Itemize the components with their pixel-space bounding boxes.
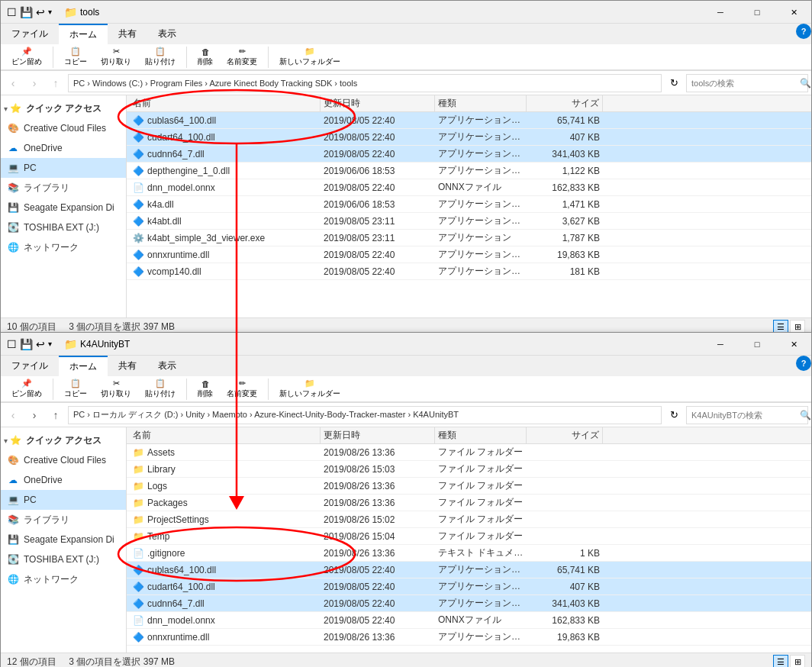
col-name-header[interactable]: 名前	[130, 95, 321, 111]
table-row[interactable]: 🔷 vcomp140.dll 2019/08/05 22:40 アプリケーション…	[127, 263, 811, 280]
file-list-header-1: 名前 更新日時 種類 サイズ	[127, 95, 811, 112]
toshiba-icon: 💽	[7, 221, 19, 234]
file-icon: 🔷	[133, 132, 144, 143]
copy-button[interactable]: 📋コピー	[58, 45, 93, 69]
tab-home-2[interactable]: ホーム	[59, 356, 108, 376]
address-path[interactable]: PC › Windows (C:) › Program Files › Azur…	[68, 74, 662, 92]
table-row[interactable]: 🔷 onnxruntime.dll 2019/08/05 22:40 アプリケー…	[127, 246, 811, 263]
tab-share-2[interactable]: 共有	[108, 356, 147, 376]
table-row[interactable]: ⚙️ k4abt_simple_3d_viewer.exe 2019/08/05…	[127, 230, 811, 246]
help-button-2[interactable]: ?	[796, 356, 811, 371]
seagate-label: Seagate Expansion Di	[24, 202, 114, 213]
back-button[interactable]: ‹	[4, 74, 22, 92]
table-row[interactable]: 📁 Library 2019/08/26 15:03 ファイル フォルダー	[127, 461, 811, 478]
table-row[interactable]: 📄 dnn_model.onnx 2019/08/05 22:40 ONNXファ…	[127, 179, 811, 196]
sidebar-item-toshiba-2[interactable]: 💽 TOSHIBA EXT (J:)	[1, 549, 126, 569]
col-type-header[interactable]: 種類	[435, 95, 527, 111]
delete-button[interactable]: 🗑削除	[192, 46, 219, 69]
sidebar-item-onedrive[interactable]: ☁ OneDrive	[1, 138, 126, 158]
close-button[interactable]: ✕	[776, 1, 811, 24]
list-view-button-2[interactable]: ☰	[773, 655, 788, 668]
pin-button[interactable]: 📌ピン留め	[5, 45, 48, 69]
table-row[interactable]: 📁 Packages 2019/08/26 13:36 ファイル フォルダー	[127, 495, 811, 511]
sidebar-item-toshiba[interactable]: 💽 TOSHIBA EXT (J:)	[1, 218, 126, 237]
col-size-header[interactable]: サイズ	[527, 95, 603, 111]
search-input[interactable]	[691, 79, 797, 88]
cut-button-2[interactable]: ✂切り取り	[95, 377, 137, 401]
table-row[interactable]: 🔷 cudnn64_7.dll 2019/08/05 22:40 アプリケーショ…	[127, 595, 811, 612]
forward-button[interactable]: ›	[25, 74, 44, 92]
tab-view-2[interactable]: 表示	[147, 356, 187, 376]
maximize-button-2[interactable]: □	[740, 333, 775, 356]
address-path-2[interactable]: PC › ローカル ディスク (D:) › Unity › Maemoto › …	[68, 406, 662, 424]
file-type: アプリケーション拡張	[435, 563, 527, 576]
table-row[interactable]: 🔷 depthengine_1_0.dll 2019/06/06 18:53 ア…	[127, 163, 811, 179]
rename-button[interactable]: ✏名前変更	[221, 45, 263, 69]
library-label-2: ライブラリ	[24, 514, 69, 527]
minimize-button[interactable]: ─	[703, 1, 738, 24]
table-row[interactable]: 🔷 cudart64_100.dll 2019/08/05 22:40 アプリケ…	[127, 578, 811, 595]
tab-share[interactable]: 共有	[108, 24, 147, 44]
sidebar-item-library-2[interactable]: 📚 ライブラリ	[1, 510, 126, 530]
rename-button-2[interactable]: ✏名前変更	[221, 377, 263, 401]
sidebar-item-seagate[interactable]: 💾 Seagate Expansion Di	[1, 198, 126, 218]
paste-button[interactable]: 📋貼り付け	[139, 45, 182, 69]
search-input-2[interactable]	[691, 411, 797, 420]
up-button[interactable]: ↑	[47, 74, 65, 92]
tab-home[interactable]: ホーム	[59, 24, 108, 44]
sidebar-item-pc[interactable]: 💻 PC	[1, 158, 126, 178]
table-row[interactable]: 🔷 cudart64_100.dll 2019/08/05 22:40 アプリケ…	[127, 129, 811, 146]
sidebar-item-seagate-2[interactable]: 💾 Seagate Expansion Di	[1, 530, 126, 549]
col-date-header-2[interactable]: 更新日時	[321, 427, 435, 443]
table-row[interactable]: 📄 dnn_model.onnx 2019/08/05 22:40 ONNXファ…	[127, 612, 811, 629]
table-row[interactable]: 🔷 cublas64_100.dll 2019/08/05 22:40 アプリケ…	[127, 112, 811, 129]
table-row[interactable]: 📁 Assets 2019/08/26 13:36 ファイル フォルダー	[127, 444, 811, 461]
sidebar-item-network[interactable]: 🌐 ネットワーク	[1, 237, 126, 257]
sidebar-item-pc-2[interactable]: 💻 PC	[1, 490, 126, 510]
pin-button-2[interactable]: 📌ピン留め	[5, 377, 48, 401]
col-date-header[interactable]: 更新日時	[321, 95, 435, 111]
delete-button-2[interactable]: 🗑削除	[192, 378, 219, 401]
tab-view[interactable]: 表示	[147, 24, 187, 44]
table-row[interactable]: 📄 .gitignore 2019/08/26 13:36 テキスト ドキュメン…	[127, 545, 811, 562]
table-row[interactable]: 🔷 onnxruntime.dll 2019/08/26 13:36 アプリケー…	[127, 629, 811, 646]
file-type: ファイル フォルダー	[435, 496, 527, 509]
forward-button-2[interactable]: ›	[25, 406, 44, 424]
creative-label: Creative Cloud Files	[24, 123, 106, 134]
sidebar-item-onedrive-2[interactable]: ☁ OneDrive	[1, 470, 126, 490]
sidebar-quick-access-2[interactable]: ▾ ⭐ クイック アクセス	[1, 430, 126, 450]
up-button-2[interactable]: ↑	[47, 406, 65, 424]
col-size-header-2[interactable]: サイズ	[527, 427, 603, 443]
paste-button-2[interactable]: 📋貼り付け	[139, 377, 182, 401]
help-button[interactable]: ?	[796, 24, 811, 39]
tab-file-2[interactable]: ファイル	[1, 356, 59, 376]
table-row[interactable]: 🔷 k4abt.dll 2019/08/05 23:11 アプリケーション拡張 …	[127, 213, 811, 230]
table-row[interactable]: 🔷 cublas64_100.dll 2019/08/05 22:40 アプリケ…	[127, 562, 811, 578]
table-row[interactable]: 🔷 k4a.dll 2019/06/06 18:53 アプリケーション拡張 1,…	[127, 196, 811, 213]
sidebar-item-creative-2[interactable]: 🎨 Creative Cloud Files	[1, 450, 126, 470]
close-button-2[interactable]: ✕	[776, 333, 811, 356]
sidebar-item-network-2[interactable]: 🌐 ネットワーク	[1, 569, 126, 589]
col-type-header-2[interactable]: 種類	[435, 427, 527, 443]
refresh-button-2[interactable]: ↻	[665, 406, 683, 424]
copy-button-2[interactable]: 📋コピー	[58, 377, 93, 401]
table-row[interactable]: 📁 Logs 2019/08/26 13:36 ファイル フォルダー	[127, 478, 811, 495]
table-row[interactable]: 🔷 cudnn64_7.dll 2019/08/05 22:40 アプリケーショ…	[127, 146, 811, 163]
file-icon: 🔷	[133, 166, 144, 176]
table-row[interactable]: 📁 ProjectSettings 2019/08/26 15:02 ファイル …	[127, 511, 811, 528]
tab-file[interactable]: ファイル	[1, 24, 59, 44]
refresh-button[interactable]: ↻	[665, 74, 683, 92]
cut-button[interactable]: ✂切り取り	[95, 45, 137, 69]
new-folder-button[interactable]: 📁新しいフォルダー	[273, 45, 346, 69]
col-name-header-2[interactable]: 名前	[130, 427, 321, 443]
table-row[interactable]: 📁 Temp 2019/08/26 15:04 ファイル フォルダー	[127, 528, 811, 545]
back-button-2[interactable]: ‹	[4, 406, 22, 424]
new-folder-button-2[interactable]: 📁新しいフォルダー	[273, 377, 346, 401]
minimize-button-2[interactable]: ─	[703, 333, 738, 356]
file-name: .gitignore	[147, 548, 185, 559]
sidebar-quick-access[interactable]: ▾ ⭐ クイック アクセス	[1, 98, 126, 118]
sidebar-item-library[interactable]: 📚 ライブラリ	[1, 178, 126, 198]
maximize-button[interactable]: □	[740, 1, 775, 24]
sidebar-item-creative[interactable]: 🎨 Creative Cloud Files	[1, 118, 126, 138]
grid-view-button-2[interactable]: ⊞	[790, 655, 805, 668]
